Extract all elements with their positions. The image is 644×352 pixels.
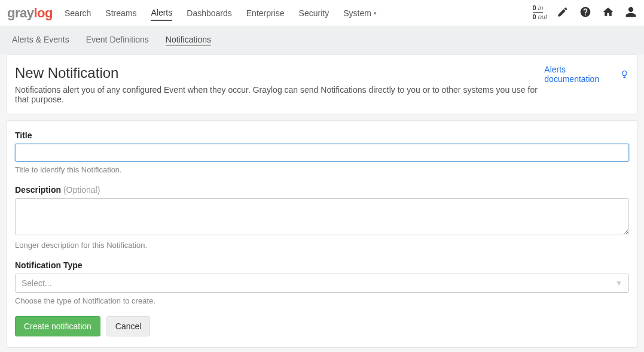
title-help: Title to identify this Notification.	[15, 165, 629, 174]
top-nav: Search Streams Alerts Dashboards Enterpr…	[65, 5, 533, 21]
documentation-link[interactable]: Alerts documentation	[544, 65, 629, 84]
nav-streams[interactable]: Streams	[105, 6, 136, 20]
description-label: Description (Optional)	[15, 185, 629, 195]
nav-alerts[interactable]: Alerts	[151, 5, 172, 21]
throughput-in-num: 0	[533, 4, 536, 11]
subnav-event-definitions[interactable]: Event Definitions	[86, 35, 149, 46]
subnav-alerts-events[interactable]: Alerts & Events	[12, 35, 69, 46]
nav-dashboards[interactable]: Dashboards	[187, 6, 232, 20]
top-icons	[557, 6, 637, 20]
subnav-notifications[interactable]: Notifications	[166, 35, 211, 46]
throughput-out-num: 0	[533, 13, 536, 21]
chevron-down-icon: ▼	[615, 279, 622, 287]
nav-security[interactable]: Security	[299, 6, 329, 20]
type-group: Notification Type Select... ▼ Choose the…	[15, 260, 629, 305]
nav-search[interactable]: Search	[65, 6, 91, 20]
page-header-panel: New Notification Notifications alert you…	[6, 54, 638, 114]
type-help: Choose the type of Notification to creat…	[15, 296, 629, 305]
documentation-link-label: Alerts documentation	[544, 65, 616, 84]
description-optional: (Optional)	[63, 185, 100, 195]
form-panel: Title Title to identify this Notificatio…	[6, 120, 638, 348]
page-subtitle: Notifications alert you of any configure…	[15, 85, 544, 104]
title-input[interactable]	[15, 144, 629, 162]
type-select[interactable]: Select... ▼	[15, 274, 629, 293]
user-icon[interactable]	[625, 6, 637, 20]
description-input[interactable]	[15, 198, 629, 235]
type-placeholder: Select...	[22, 278, 52, 288]
description-help: Longer description for this Notification…	[15, 241, 629, 250]
description-group: Description (Optional) Longer descriptio…	[15, 185, 629, 250]
sub-nav: Alerts & Events Event Definitions Notifi…	[0, 26, 644, 54]
home-icon[interactable]	[602, 6, 614, 20]
help-icon[interactable]	[579, 6, 591, 20]
nav-system[interactable]: System ▾	[343, 6, 377, 20]
title-group: Title Title to identify this Notificatio…	[15, 131, 629, 174]
logo-part1: gray	[7, 5, 33, 21]
logo[interactable]: graylog	[7, 5, 53, 21]
throughput-indicator: 0 in 0 out	[533, 4, 547, 22]
throughput-out-label: out	[538, 13, 547, 21]
logo-part2: log	[33, 5, 53, 21]
nav-enterprise[interactable]: Enterprise	[246, 6, 285, 20]
type-label: Notification Type	[15, 260, 629, 270]
cancel-button[interactable]: Cancel	[106, 316, 151, 336]
lightbulb-icon	[620, 69, 629, 79]
top-bar: graylog Search Streams Alerts Dashboards…	[0, 0, 644, 26]
page-title: New Notification	[15, 65, 544, 81]
description-label-text: Description	[15, 185, 63, 195]
edit-icon[interactable]	[557, 6, 569, 20]
create-button[interactable]: Create notification	[15, 316, 100, 336]
throughput-in-label: in	[538, 4, 544, 11]
nav-system-label: System	[343, 8, 371, 18]
title-label: Title	[15, 131, 629, 140]
form-buttons: Create notification Cancel	[15, 316, 629, 336]
chevron-down-icon: ▾	[374, 10, 377, 16]
